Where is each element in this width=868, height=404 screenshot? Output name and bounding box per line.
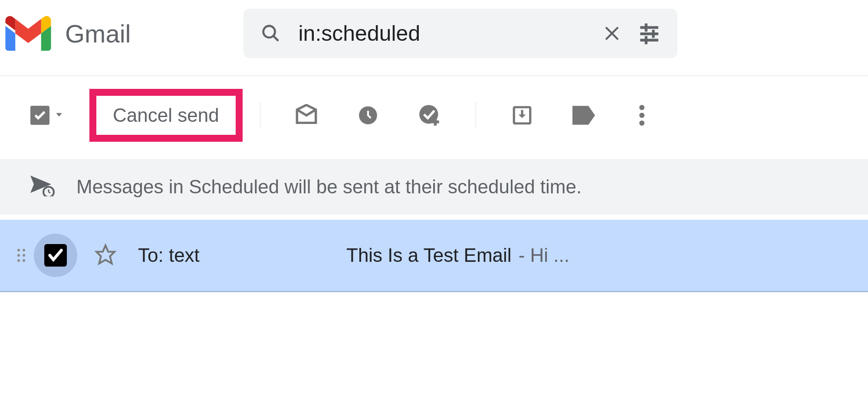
checkbox-checked-icon — [44, 244, 67, 267]
search-icon[interactable] — [261, 23, 281, 43]
drag-handle-icon[interactable] — [17, 249, 25, 262]
dropdown-caret-icon[interactable] — [55, 110, 63, 121]
email-checkbox[interactable] — [34, 234, 77, 277]
gmail-text: Gmail — [65, 19, 131, 48]
separator — [260, 102, 260, 128]
svg-rect-9 — [645, 36, 648, 44]
email-preview: - Hi ... — [519, 244, 569, 266]
email-row[interactable]: To: text This Is a Test Email - Hi ... — [0, 220, 868, 292]
cancel-send-button[interactable]: Cancel send — [89, 89, 243, 142]
svg-rect-5 — [645, 23, 648, 32]
search-bar[interactable] — [243, 9, 677, 58]
svg-marker-10 — [56, 113, 62, 117]
svg-marker-23 — [96, 245, 115, 264]
clear-search-icon[interactable] — [603, 24, 621, 42]
search-options-icon[interactable] — [638, 23, 660, 44]
svg-line-22 — [49, 192, 50, 193]
toolbar: Cancel send — [0, 76, 868, 155]
svg-point-18 — [639, 113, 644, 118]
separator — [476, 102, 476, 128]
select-all-checkbox[interactable] — [30, 106, 63, 125]
svg-point-0 — [263, 26, 275, 38]
add-to-tasks-icon[interactable] — [418, 103, 442, 127]
archive-icon[interactable] — [294, 103, 319, 127]
header: Gmail — [0, 0, 868, 75]
banner-message: Messages in Scheduled will be sent at th… — [76, 176, 582, 198]
move-to-icon[interactable] — [510, 103, 534, 127]
gmail-logo-icon — [4, 16, 52, 51]
email-sender: To: text — [138, 244, 333, 266]
svg-point-19 — [639, 121, 644, 126]
scheduled-send-icon — [30, 176, 55, 198]
more-options-icon[interactable] — [630, 103, 654, 127]
star-icon[interactable] — [95, 244, 116, 267]
svg-rect-4 — [641, 26, 659, 29]
svg-line-1 — [273, 36, 279, 41]
labels-icon[interactable] — [572, 103, 596, 127]
svg-rect-7 — [652, 30, 655, 38]
snooze-icon[interactable] — [356, 103, 380, 127]
checkbox-icon — [30, 106, 49, 125]
email-content: This Is a Test Email - Hi ... — [346, 244, 569, 266]
svg-rect-8 — [641, 39, 659, 42]
scheduled-banner: Messages in Scheduled will be sent at th… — [0, 159, 868, 215]
svg-point-17 — [639, 105, 644, 110]
email-subject: This Is a Test Email — [346, 244, 512, 266]
search-input[interactable] — [298, 21, 585, 46]
svg-rect-6 — [641, 33, 659, 35]
gmail-logo-section[interactable]: Gmail — [4, 16, 131, 51]
